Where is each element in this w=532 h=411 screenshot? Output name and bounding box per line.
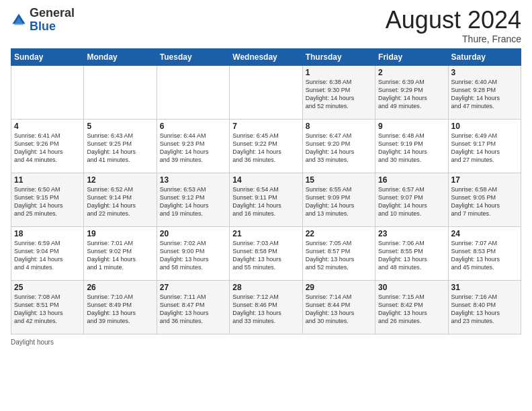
day-number: 1 [306, 68, 372, 77]
column-header-sunday: Sunday [11, 48, 84, 65]
week-row-1: 1Sunrise: 6:38 AM Sunset: 9:30 PM Daylig… [11, 65, 521, 119]
calendar-cell [157, 65, 229, 119]
cell-info: Sunrise: 7:01 AM Sunset: 9:02 PM Dayligh… [87, 239, 153, 272]
logo-icon [11, 12, 27, 28]
cell-info: Sunrise: 7:07 AM Sunset: 8:53 PM Dayligh… [451, 239, 518, 272]
day-number: 4 [14, 122, 81, 131]
column-header-monday: Monday [84, 48, 157, 65]
cell-info: Sunrise: 7:12 AM Sunset: 8:46 PM Dayligh… [232, 293, 299, 326]
cell-info: Sunrise: 6:47 AM Sunset: 9:20 PM Dayligh… [306, 132, 372, 165]
cell-info: Sunrise: 6:40 AM Sunset: 9:28 PM Dayligh… [451, 78, 518, 111]
cell-info: Sunrise: 6:58 AM Sunset: 9:05 PM Dayligh… [451, 185, 518, 218]
cell-info: Sunrise: 7:05 AM Sunset: 8:57 PM Dayligh… [306, 239, 372, 272]
calendar-cell: 6Sunrise: 6:44 AM Sunset: 9:23 PM Daylig… [157, 119, 229, 173]
calendar-cell: 30Sunrise: 7:15 AM Sunset: 8:42 PM Dayli… [375, 280, 448, 334]
calendar-cell: 3Sunrise: 6:40 AM Sunset: 9:28 PM Daylig… [448, 65, 521, 119]
day-number: 11 [14, 175, 81, 185]
calendar-cell: 24Sunrise: 7:07 AM Sunset: 8:53 PM Dayli… [448, 226, 521, 280]
cell-info: Sunrise: 6:54 AM Sunset: 9:11 PM Dayligh… [232, 185, 299, 218]
calendar-cell: 9Sunrise: 6:48 AM Sunset: 9:19 PM Daylig… [375, 119, 448, 173]
day-number: 31 [451, 283, 518, 292]
day-number: 3 [451, 68, 518, 77]
column-header-saturday: Saturday [448, 48, 521, 65]
week-row-5: 25Sunrise: 7:08 AM Sunset: 8:51 PM Dayli… [11, 280, 521, 334]
day-number: 19 [87, 229, 153, 238]
day-number: 17 [451, 175, 518, 185]
cell-info: Sunrise: 6:49 AM Sunset: 9:17 PM Dayligh… [451, 132, 518, 165]
calendar-cell: 2Sunrise: 6:39 AM Sunset: 9:29 PM Daylig… [375, 65, 448, 119]
column-header-wednesday: Wednesday [230, 48, 302, 65]
calendar-title: August 2024 [386, 7, 521, 34]
cell-info: Sunrise: 7:06 AM Sunset: 8:55 PM Dayligh… [378, 239, 445, 272]
cell-info: Sunrise: 6:57 AM Sunset: 9:07 PM Dayligh… [378, 185, 445, 218]
day-number: 6 [160, 122, 226, 131]
calendar-cell: 5Sunrise: 6:43 AM Sunset: 9:25 PM Daylig… [84, 119, 157, 173]
day-number: 28 [232, 283, 299, 292]
calendar-cell: 17Sunrise: 6:58 AM Sunset: 9:05 PM Dayli… [448, 173, 521, 226]
day-number: 29 [306, 283, 372, 292]
calendar-cell: 12Sunrise: 6:52 AM Sunset: 9:14 PM Dayli… [84, 173, 157, 226]
week-row-2: 4Sunrise: 6:41 AM Sunset: 9:26 PM Daylig… [11, 119, 521, 173]
cell-info: Sunrise: 6:50 AM Sunset: 9:15 PM Dayligh… [14, 185, 81, 218]
calendar-cell: 26Sunrise: 7:10 AM Sunset: 8:49 PM Dayli… [84, 280, 157, 334]
cell-info: Sunrise: 7:14 AM Sunset: 8:44 PM Dayligh… [306, 293, 372, 326]
day-number: 18 [14, 229, 81, 238]
calendar-cell [11, 65, 84, 119]
day-number: 20 [160, 229, 226, 238]
cell-info: Sunrise: 6:48 AM Sunset: 9:19 PM Dayligh… [378, 132, 445, 165]
day-number: 15 [306, 175, 372, 185]
calendar-subtitle: Thure, France [386, 34, 521, 44]
calendar-cell: 14Sunrise: 6:54 AM Sunset: 9:11 PM Dayli… [230, 173, 302, 226]
cell-info: Sunrise: 7:16 AM Sunset: 8:40 PM Dayligh… [451, 293, 518, 326]
calendar-cell: 16Sunrise: 6:57 AM Sunset: 9:07 PM Dayli… [375, 173, 448, 226]
column-header-tuesday: Tuesday [157, 48, 229, 65]
cell-info: Sunrise: 7:02 AM Sunset: 9:00 PM Dayligh… [160, 239, 226, 272]
cell-info: Sunrise: 7:08 AM Sunset: 8:51 PM Dayligh… [14, 293, 81, 326]
cell-info: Sunrise: 6:39 AM Sunset: 9:29 PM Dayligh… [378, 78, 445, 111]
day-number: 14 [232, 175, 299, 185]
calendar-cell: 21Sunrise: 7:03 AM Sunset: 8:58 PM Dayli… [230, 226, 302, 280]
logo: General Blue [11, 7, 75, 34]
logo-general-text: General [30, 6, 75, 19]
day-number: 26 [87, 283, 153, 292]
calendar-cell [84, 65, 157, 119]
calendar-cell: 11Sunrise: 6:50 AM Sunset: 9:15 PM Dayli… [11, 173, 84, 226]
cell-info: Sunrise: 6:53 AM Sunset: 9:12 PM Dayligh… [160, 185, 226, 218]
day-number: 12 [87, 175, 153, 185]
calendar-cell: 7Sunrise: 6:45 AM Sunset: 9:22 PM Daylig… [230, 119, 302, 173]
daylight-label: Daylight hours [11, 338, 54, 346]
day-number: 16 [378, 175, 445, 185]
calendar-cell: 20Sunrise: 7:02 AM Sunset: 9:00 PM Dayli… [157, 226, 229, 280]
day-number: 13 [160, 175, 226, 185]
cell-info: Sunrise: 6:45 AM Sunset: 9:22 PM Dayligh… [232, 132, 299, 165]
day-number: 21 [232, 229, 299, 238]
day-number: 24 [451, 229, 518, 238]
cell-info: Sunrise: 6:55 AM Sunset: 9:09 PM Dayligh… [306, 185, 372, 218]
day-number: 5 [87, 122, 153, 131]
cell-info: Sunrise: 6:59 AM Sunset: 9:04 PM Dayligh… [14, 239, 81, 272]
day-number: 23 [378, 229, 445, 238]
cell-info: Sunrise: 6:41 AM Sunset: 9:26 PM Dayligh… [14, 132, 81, 165]
calendar-table: SundayMondayTuesdayWednesdayThursdayFrid… [11, 48, 521, 334]
logo-blue-text: Blue [30, 19, 56, 33]
cell-info: Sunrise: 7:03 AM Sunset: 8:58 PM Dayligh… [232, 239, 299, 272]
calendar-cell: 4Sunrise: 6:41 AM Sunset: 9:26 PM Daylig… [11, 119, 84, 173]
day-number: 25 [14, 283, 81, 292]
calendar-cell: 22Sunrise: 7:05 AM Sunset: 8:57 PM Dayli… [302, 226, 375, 280]
cell-info: Sunrise: 7:11 AM Sunset: 8:47 PM Dayligh… [160, 293, 226, 326]
calendar-cell [230, 65, 302, 119]
day-number: 30 [378, 283, 445, 292]
calendar-cell: 27Sunrise: 7:11 AM Sunset: 8:47 PM Dayli… [157, 280, 229, 334]
day-number: 9 [378, 122, 445, 131]
calendar-cell: 10Sunrise: 6:49 AM Sunset: 9:17 PM Dayli… [448, 119, 521, 173]
calendar-cell: 31Sunrise: 7:16 AM Sunset: 8:40 PM Dayli… [448, 280, 521, 334]
day-number: 8 [306, 122, 372, 131]
day-number: 27 [160, 283, 226, 292]
calendar-cell: 18Sunrise: 6:59 AM Sunset: 9:04 PM Dayli… [11, 226, 84, 280]
day-number: 2 [378, 68, 445, 77]
calendar-cell: 23Sunrise: 7:06 AM Sunset: 8:55 PM Dayli… [375, 226, 448, 280]
calendar-cell: 19Sunrise: 7:01 AM Sunset: 9:02 PM Dayli… [84, 226, 157, 280]
header-row: SundayMondayTuesdayWednesdayThursdayFrid… [11, 48, 521, 65]
day-number: 10 [451, 122, 518, 131]
cell-info: Sunrise: 7:10 AM Sunset: 8:49 PM Dayligh… [87, 293, 153, 326]
